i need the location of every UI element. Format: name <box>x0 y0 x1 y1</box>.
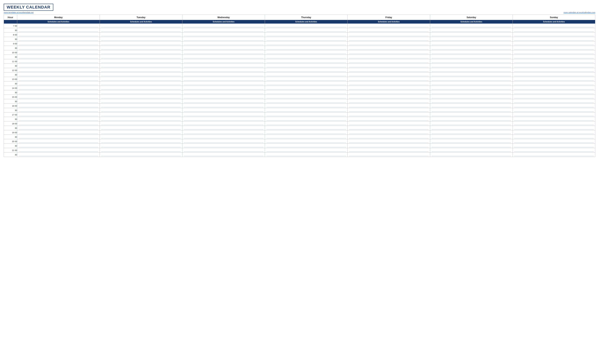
activity-cell-26-2[interactable] <box>182 139 265 144</box>
activity-cell-7-0[interactable] <box>17 55 100 59</box>
activity-cell-23-6[interactable] <box>513 126 595 130</box>
activity-cell-19-5[interactable] <box>430 108 513 113</box>
activity-cell-25-6[interactable] <box>513 135 595 139</box>
activity-cell-15-0[interactable] <box>17 90 100 95</box>
activity-cell-21-5[interactable] <box>430 117 513 122</box>
activity-cell-16-2[interactable] <box>182 95 265 99</box>
activity-cell-9-0[interactable] <box>17 64 100 68</box>
activity-cell-6-2[interactable] <box>182 50 265 55</box>
activity-cell-21-6[interactable] <box>513 117 595 122</box>
activity-cell-20-2[interactable] <box>182 113 265 117</box>
activity-cell-8-5[interactable] <box>430 59 513 64</box>
activity-cell-1-3[interactable] <box>265 28 348 33</box>
activity-cell-24-2[interactable] <box>182 130 265 135</box>
activity-cell-26-1[interactable] <box>100 139 182 144</box>
activity-cell-29-6[interactable] <box>513 152 595 157</box>
activity-cell-28-5[interactable] <box>430 148 513 152</box>
activity-cell-17-3[interactable] <box>265 99 348 104</box>
activity-cell-21-2[interactable] <box>182 117 265 122</box>
activity-cell-29-2[interactable] <box>182 152 265 157</box>
activity-cell-29-5[interactable] <box>430 152 513 157</box>
activity-cell-6-0[interactable] <box>17 50 100 55</box>
activity-cell-7-2[interactable] <box>182 55 265 59</box>
activity-cell-16-1[interactable] <box>100 95 182 99</box>
activity-cell-4-6[interactable] <box>513 42 595 46</box>
activity-cell-8-4[interactable] <box>348 59 430 64</box>
activity-cell-28-4[interactable] <box>348 148 430 152</box>
activity-cell-7-4[interactable] <box>348 55 430 59</box>
activity-cell-26-6[interactable] <box>513 139 595 144</box>
activity-cell-27-3[interactable] <box>265 144 348 148</box>
activity-cell-0-6[interactable] <box>513 24 595 28</box>
activity-cell-4-0[interactable] <box>17 42 100 46</box>
activity-cell-15-4[interactable] <box>348 90 430 95</box>
activity-cell-23-5[interactable] <box>430 126 513 130</box>
activity-cell-28-2[interactable] <box>182 148 265 152</box>
activity-cell-16-3[interactable] <box>265 95 348 99</box>
activity-cell-18-6[interactable] <box>513 104 595 108</box>
activity-cell-20-5[interactable] <box>430 113 513 117</box>
activity-cell-10-0[interactable] <box>17 68 100 72</box>
activity-cell-0-0[interactable] <box>17 24 100 28</box>
activity-cell-6-1[interactable] <box>100 50 182 55</box>
activity-cell-13-0[interactable] <box>17 81 100 86</box>
activity-cell-11-6[interactable] <box>513 72 595 77</box>
activity-cell-20-0[interactable] <box>17 113 100 117</box>
activity-cell-29-1[interactable] <box>100 152 182 157</box>
activity-cell-24-5[interactable] <box>430 130 513 135</box>
activity-cell-26-3[interactable] <box>265 139 348 144</box>
activity-cell-5-1[interactable] <box>100 46 182 50</box>
activity-cell-4-4[interactable] <box>348 42 430 46</box>
activity-cell-26-5[interactable] <box>430 139 513 144</box>
activity-cell-21-0[interactable] <box>17 117 100 122</box>
activity-cell-19-3[interactable] <box>265 108 348 113</box>
activity-cell-10-2[interactable] <box>182 68 265 72</box>
activity-cell-2-0[interactable] <box>17 33 100 37</box>
activity-cell-10-3[interactable] <box>265 68 348 72</box>
activity-cell-2-1[interactable] <box>100 33 182 37</box>
activity-cell-16-0[interactable] <box>17 95 100 99</box>
activity-cell-1-1[interactable] <box>100 28 182 33</box>
activity-cell-0-2[interactable] <box>182 24 265 28</box>
activity-cell-3-4[interactable] <box>348 37 430 42</box>
activity-cell-12-2[interactable] <box>182 77 265 81</box>
activity-cell-1-2[interactable] <box>182 28 265 33</box>
activity-cell-6-4[interactable] <box>348 50 430 55</box>
activity-cell-12-0[interactable] <box>17 77 100 81</box>
activity-cell-16-6[interactable] <box>513 95 595 99</box>
activity-cell-5-2[interactable] <box>182 46 265 50</box>
activity-cell-23-0[interactable] <box>17 126 100 130</box>
activity-cell-11-5[interactable] <box>430 72 513 77</box>
activity-cell-25-1[interactable] <box>100 135 182 139</box>
activity-cell-13-6[interactable] <box>513 81 595 86</box>
activity-cell-2-5[interactable] <box>430 33 513 37</box>
activity-cell-19-1[interactable] <box>100 108 182 113</box>
activity-cell-17-6[interactable] <box>513 99 595 104</box>
activity-cell-23-1[interactable] <box>100 126 182 130</box>
activity-cell-6-6[interactable] <box>513 50 595 55</box>
activity-cell-4-3[interactable] <box>265 42 348 46</box>
activity-cell-2-2[interactable] <box>182 33 265 37</box>
activity-cell-1-0[interactable] <box>17 28 100 33</box>
activity-cell-18-2[interactable] <box>182 104 265 108</box>
activity-cell-16-4[interactable] <box>348 95 430 99</box>
activity-cell-18-4[interactable] <box>348 104 430 108</box>
activity-cell-12-5[interactable] <box>430 77 513 81</box>
activity-cell-24-0[interactable] <box>17 130 100 135</box>
activity-cell-27-1[interactable] <box>100 144 182 148</box>
activity-cell-19-4[interactable] <box>348 108 430 113</box>
activity-cell-28-3[interactable] <box>265 148 348 152</box>
activity-cell-10-1[interactable] <box>100 68 182 72</box>
activity-cell-24-6[interactable] <box>513 130 595 135</box>
activity-cell-0-4[interactable] <box>348 24 430 28</box>
activity-cell-8-2[interactable] <box>182 59 265 64</box>
activity-cell-22-3[interactable] <box>265 122 348 126</box>
activity-cell-5-4[interactable] <box>348 46 430 50</box>
activity-cell-6-3[interactable] <box>265 50 348 55</box>
activity-cell-14-6[interactable] <box>513 86 595 90</box>
activity-cell-8-6[interactable] <box>513 59 595 64</box>
activity-cell-22-6[interactable] <box>513 122 595 126</box>
activity-cell-3-3[interactable] <box>265 37 348 42</box>
activity-cell-13-1[interactable] <box>100 81 182 86</box>
activity-cell-28-6[interactable] <box>513 148 595 152</box>
